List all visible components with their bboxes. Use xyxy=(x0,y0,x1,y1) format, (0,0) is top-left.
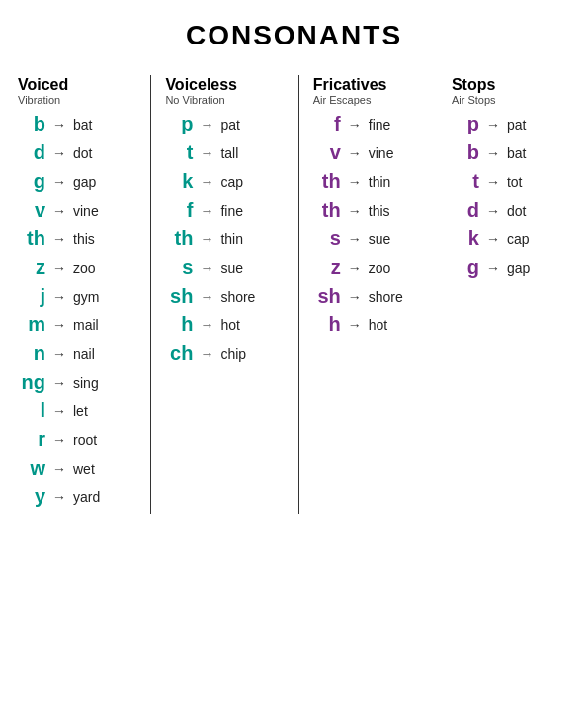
phoneme-symbol: z xyxy=(18,256,45,279)
voiced-header: Voiced Vibration xyxy=(18,75,68,107)
arrow-icon: → xyxy=(486,145,500,161)
list-item: th→this xyxy=(18,227,100,250)
example-word: fine xyxy=(369,117,391,133)
arrow-icon: → xyxy=(200,260,213,276)
arrow-icon: → xyxy=(200,289,213,305)
list-item: th→thin xyxy=(313,170,403,193)
phoneme-symbol: h xyxy=(165,313,193,336)
divider-1 xyxy=(150,75,151,514)
example-word: pat xyxy=(507,117,526,133)
arrow-icon: → xyxy=(486,231,500,247)
list-item: h→hot xyxy=(165,313,255,336)
voiced-title: Voiced xyxy=(18,75,68,94)
list-item: y→yard xyxy=(18,486,100,508)
arrow-icon: → xyxy=(52,432,66,448)
example-word: tall xyxy=(220,145,238,161)
page-title: CONSONANTS xyxy=(10,20,578,51)
fricatives-rows: f→finev→vineth→thinth→thiss→suez→zoosh→s… xyxy=(313,113,403,342)
list-item: z→zoo xyxy=(313,256,403,279)
example-word: cap xyxy=(507,231,530,247)
phoneme-symbol: t xyxy=(452,170,479,193)
list-item: z→zoo xyxy=(18,256,100,279)
phoneme-symbol: th xyxy=(18,227,45,250)
list-item: b→bat xyxy=(452,141,530,164)
arrow-icon: → xyxy=(52,346,66,362)
list-item: p→pat xyxy=(452,113,530,135)
list-item: v→vine xyxy=(18,199,100,222)
phoneme-symbol: n xyxy=(18,342,45,365)
phoneme-symbol: th xyxy=(165,227,193,250)
list-item: g→gap xyxy=(452,256,530,279)
example-word: hot xyxy=(220,317,239,333)
example-word: mail xyxy=(73,317,99,333)
arrow-icon: → xyxy=(348,145,362,161)
phoneme-symbol: sh xyxy=(165,285,193,308)
phoneme-symbol: r xyxy=(18,428,45,451)
example-word: sue xyxy=(220,260,243,276)
voiced-subtitle: Vibration xyxy=(18,94,68,107)
example-word: vine xyxy=(73,203,99,219)
list-item: m→mail xyxy=(18,313,100,336)
arrow-icon: → xyxy=(52,375,66,391)
phoneme-symbol: p xyxy=(452,113,479,135)
arrow-icon: → xyxy=(52,489,66,505)
list-item: k→cap xyxy=(452,227,530,250)
fricatives-title: Fricatives xyxy=(313,75,387,94)
phoneme-symbol: v xyxy=(18,199,45,222)
arrow-icon: → xyxy=(52,145,66,161)
example-word: hot xyxy=(369,317,387,333)
stops-rows: p→patb→batt→totd→dotk→capg→gap xyxy=(452,113,530,285)
arrow-icon: → xyxy=(200,346,213,362)
arrow-icon: → xyxy=(52,203,66,219)
list-item: sh→shore xyxy=(313,285,403,308)
arrow-icon: → xyxy=(200,231,213,247)
arrow-icon: → xyxy=(348,174,362,190)
example-word: cap xyxy=(220,174,243,190)
arrow-icon: → xyxy=(200,174,213,190)
divider-2 xyxy=(298,75,299,514)
phoneme-symbol: s xyxy=(165,256,193,279)
example-word: sue xyxy=(369,231,391,247)
phoneme-symbol: p xyxy=(165,113,193,135)
voiceless-column: Voiceless No Vibration p→patt→tallk→capf… xyxy=(165,75,284,371)
fricatives-header: Fricatives Air Escapes xyxy=(313,75,387,107)
list-item: ng→sing xyxy=(18,371,100,394)
phoneme-symbol: th xyxy=(313,199,341,222)
arrow-icon: → xyxy=(52,403,66,419)
example-word: gap xyxy=(73,174,96,190)
list-item: r→root xyxy=(18,428,100,451)
example-word: sing xyxy=(73,375,99,391)
example-word: tot xyxy=(507,174,523,190)
voiced-column: Voiced Vibration b→batd→dotg→gapv→vineth… xyxy=(18,75,136,514)
arrow-icon: → xyxy=(52,174,66,190)
voiceless-header: Voiceless No Vibration xyxy=(165,75,237,107)
phoneme-symbol: v xyxy=(313,141,341,164)
arrow-icon: → xyxy=(52,317,66,333)
example-word: zoo xyxy=(369,260,391,276)
example-word: root xyxy=(73,432,97,448)
example-word: thin xyxy=(220,231,243,247)
arrow-icon: → xyxy=(348,231,362,247)
list-item: t→tall xyxy=(165,141,255,164)
example-word: vine xyxy=(369,145,394,161)
example-word: shore xyxy=(220,289,255,305)
list-item: th→this xyxy=(313,199,403,222)
example-word: wet xyxy=(73,461,95,477)
list-item: sh→shore xyxy=(165,285,255,308)
example-word: thin xyxy=(369,174,391,190)
voiced-rows: b→batd→dotg→gapv→vineth→thisz→zooj→gymm→… xyxy=(18,113,100,514)
arrow-icon: → xyxy=(200,317,213,333)
stops-header: Stops Air Stops xyxy=(452,75,496,107)
arrow-icon: → xyxy=(348,260,362,276)
example-word: fine xyxy=(220,203,243,219)
stops-subtitle: Air Stops xyxy=(452,94,496,107)
example-word: this xyxy=(369,203,390,219)
list-item: ch→chip xyxy=(165,342,255,365)
example-word: nail xyxy=(73,346,95,362)
example-word: bat xyxy=(507,145,526,161)
list-item: d→dot xyxy=(18,141,100,164)
arrow-icon: → xyxy=(348,203,362,219)
arrow-icon: → xyxy=(486,203,500,219)
example-word: gap xyxy=(507,260,530,276)
phoneme-symbol: w xyxy=(18,457,45,480)
